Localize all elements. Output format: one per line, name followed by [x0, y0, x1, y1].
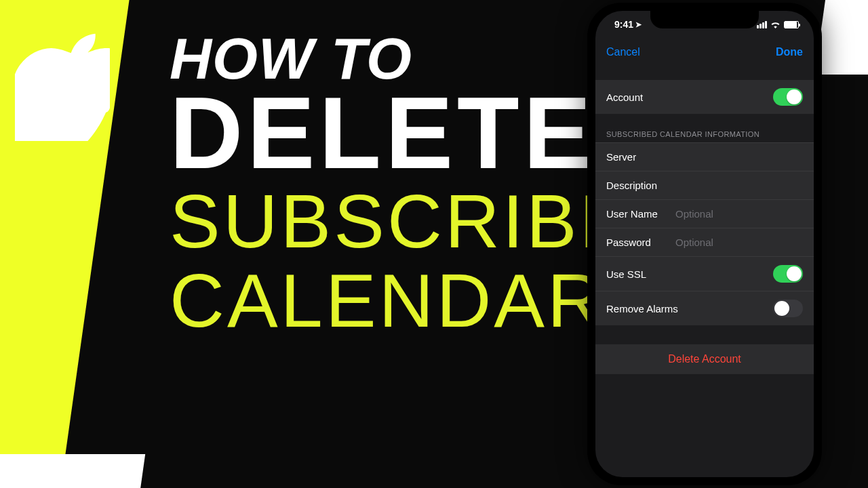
section-header: SUBSCRIBED CALENDAR INFORMATION — [595, 126, 814, 142]
account-row[interactable]: Account — [595, 80, 814, 114]
done-button[interactable]: Done — [776, 46, 803, 58]
battery-icon — [784, 21, 799, 28]
headline-line2: DELETE — [170, 85, 549, 182]
account-toggle[interactable] — [773, 88, 803, 106]
password-row[interactable]: Password Optional — [595, 228, 814, 256]
password-placeholder: Optional — [675, 237, 713, 248]
password-label: Password — [606, 237, 666, 248]
phone-frame: 9:41 ➤ Cancel Done Account SUBSCRIBED CA… — [587, 3, 822, 485]
username-placeholder: Optional — [675, 208, 713, 220]
username-row[interactable]: User Name Optional — [595, 199, 814, 228]
server-row[interactable]: Server — [595, 142, 814, 171]
remove-alarms-label: Remove Alarms — [606, 303, 678, 314]
server-label: Server — [606, 151, 666, 163]
headline-line4: Calendar — [170, 261, 549, 341]
wifi-icon — [770, 21, 781, 28]
account-label: Account — [606, 92, 643, 103]
delete-account-button[interactable]: Delete Account — [595, 344, 814, 374]
remove-alarms-row[interactable]: Remove Alarms — [595, 291, 814, 325]
use-ssl-row[interactable]: Use SSL — [595, 256, 814, 291]
cellular-icon — [757, 21, 767, 28]
use-ssl-label: Use SSL — [606, 268, 646, 280]
location-icon: ➤ — [635, 20, 642, 29]
headline: How to DELETE Subscribed Calendar — [170, 33, 549, 341]
status-time: 9:41 — [614, 19, 633, 30]
apple-logo-icon — [15, 26, 110, 141]
description-label: Description — [606, 180, 666, 191]
phone-notch — [650, 11, 759, 28]
username-label: User Name — [606, 208, 666, 220]
cancel-button[interactable]: Cancel — [606, 46, 640, 58]
description-row[interactable]: Description — [595, 171, 814, 199]
phone-screen: 9:41 ➤ Cancel Done Account SUBSCRIBED CA… — [595, 11, 814, 477]
corner-accent-bottom-left — [0, 454, 145, 488]
headline-line3: Subscribed — [170, 182, 549, 262]
use-ssl-toggle[interactable] — [773, 265, 803, 283]
remove-alarms-toggle[interactable] — [773, 300, 803, 317]
nav-bar: Cancel Done — [595, 38, 814, 68]
